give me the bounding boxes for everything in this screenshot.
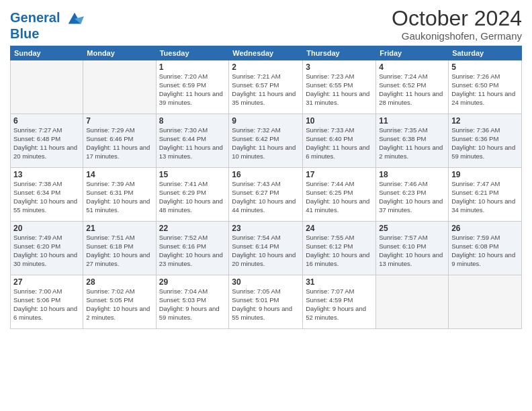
table-row: 2Sunrise: 7:21 AMSunset: 6:57 PMDaylight… bbox=[229, 60, 303, 114]
day-number: 1 bbox=[159, 62, 226, 72]
day-info: Sunrise: 7:04 AMSunset: 5:03 PMDaylight:… bbox=[159, 287, 226, 322]
calendar-table: Sunday Monday Tuesday Wednesday Thursday… bbox=[10, 46, 522, 329]
day-info: Sunrise: 7:21 AMSunset: 6:57 PMDaylight:… bbox=[232, 73, 300, 107]
table-row: 25Sunrise: 7:57 AMSunset: 6:10 PMDayligh… bbox=[376, 222, 449, 275]
day-number: 11 bbox=[379, 116, 445, 126]
table-row: 13Sunrise: 7:38 AMSunset: 6:34 PMDayligh… bbox=[11, 168, 83, 222]
table-row bbox=[83, 60, 156, 114]
day-number: 31 bbox=[306, 277, 373, 287]
day-number: 25 bbox=[379, 224, 445, 233]
day-number: 22 bbox=[159, 224, 226, 233]
table-row: 30Sunrise: 7:05 AMSunset: 5:01 PMDayligh… bbox=[229, 275, 303, 329]
title-block: October 2024 Gaukonigshofen, Germany bbox=[392, 7, 522, 42]
day-number: 29 bbox=[159, 277, 226, 287]
header-saturday: Saturday bbox=[449, 46, 522, 60]
header-sunday: Sunday bbox=[11, 46, 83, 60]
table-row: 23Sunrise: 7:54 AMSunset: 6:14 PMDayligh… bbox=[229, 222, 303, 275]
table-row: 20Sunrise: 7:49 AMSunset: 6:20 PMDayligh… bbox=[11, 222, 83, 275]
day-info: Sunrise: 7:57 AMSunset: 6:10 PMDaylight:… bbox=[379, 234, 445, 268]
day-number: 5 bbox=[451, 62, 519, 72]
header-thursday: Thursday bbox=[303, 46, 376, 60]
table-row: 5Sunrise: 7:26 AMSunset: 6:50 PMDaylight… bbox=[449, 60, 522, 114]
table-row: 12Sunrise: 7:36 AMSunset: 6:36 PMDayligh… bbox=[449, 114, 522, 168]
header-wednesday: Wednesday bbox=[229, 46, 303, 60]
day-info: Sunrise: 7:49 AMSunset: 6:20 PMDaylight:… bbox=[13, 234, 80, 268]
day-number: 3 bbox=[306, 62, 373, 72]
day-info: Sunrise: 7:32 AMSunset: 6:42 PMDaylight:… bbox=[232, 126, 300, 161]
day-info: Sunrise: 7:54 AMSunset: 6:14 PMDaylight:… bbox=[232, 234, 300, 268]
day-number: 20 bbox=[13, 224, 80, 233]
day-info: Sunrise: 7:20 AMSunset: 6:59 PMDaylight:… bbox=[159, 73, 226, 107]
table-row: 6Sunrise: 7:27 AMSunset: 6:48 PMDaylight… bbox=[11, 114, 83, 168]
table-row: 24Sunrise: 7:55 AMSunset: 6:12 PMDayligh… bbox=[303, 222, 376, 275]
day-number: 24 bbox=[306, 224, 373, 233]
header-friday: Friday bbox=[376, 46, 449, 60]
day-info: Sunrise: 7:39 AMSunset: 6:31 PMDaylight:… bbox=[86, 180, 152, 214]
day-info: Sunrise: 7:51 AMSunset: 6:18 PMDaylight:… bbox=[86, 234, 152, 268]
day-info: Sunrise: 7:02 AMSunset: 5:05 PMDaylight:… bbox=[86, 287, 152, 322]
day-info: Sunrise: 7:00 AMSunset: 5:06 PMDaylight:… bbox=[13, 287, 80, 322]
day-number: 23 bbox=[232, 224, 300, 233]
table-row: 22Sunrise: 7:52 AMSunset: 6:16 PMDayligh… bbox=[156, 222, 229, 275]
day-info: Sunrise: 7:55 AMSunset: 6:12 PMDaylight:… bbox=[306, 234, 373, 268]
day-number: 6 bbox=[13, 116, 80, 126]
table-row: 15Sunrise: 7:41 AMSunset: 6:29 PMDayligh… bbox=[156, 168, 229, 222]
table-row: 26Sunrise: 7:59 AMSunset: 6:08 PMDayligh… bbox=[449, 222, 522, 275]
table-row: 1Sunrise: 7:20 AMSunset: 6:59 PMDaylight… bbox=[156, 60, 229, 114]
day-number: 30 bbox=[232, 277, 300, 287]
calendar-week-row: 1Sunrise: 7:20 AMSunset: 6:59 PMDaylight… bbox=[11, 60, 522, 114]
logo-blue: Blue bbox=[10, 27, 84, 40]
table-row bbox=[449, 275, 522, 329]
day-info: Sunrise: 7:07 AMSunset: 4:59 PMDaylight:… bbox=[306, 287, 373, 322]
day-number: 7 bbox=[86, 116, 152, 126]
day-info: Sunrise: 7:05 AMSunset: 5:01 PMDaylight:… bbox=[232, 287, 300, 322]
table-row: 3Sunrise: 7:23 AMSunset: 6:55 PMDaylight… bbox=[303, 60, 376, 114]
day-info: Sunrise: 7:27 AMSunset: 6:48 PMDaylight:… bbox=[13, 126, 80, 161]
day-number: 26 bbox=[451, 224, 519, 233]
day-info: Sunrise: 7:30 AMSunset: 6:44 PMDaylight:… bbox=[159, 126, 226, 161]
calendar-week-row: 27Sunrise: 7:00 AMSunset: 5:06 PMDayligh… bbox=[11, 275, 522, 329]
table-row: 19Sunrise: 7:47 AMSunset: 6:21 PMDayligh… bbox=[449, 168, 522, 222]
table-row: 16Sunrise: 7:43 AMSunset: 6:27 PMDayligh… bbox=[229, 168, 303, 222]
day-info: Sunrise: 7:24 AMSunset: 6:52 PMDaylight:… bbox=[379, 73, 445, 107]
day-number: 4 bbox=[379, 62, 445, 72]
header-monday: Monday bbox=[83, 46, 156, 60]
day-info: Sunrise: 7:47 AMSunset: 6:21 PMDaylight:… bbox=[451, 180, 519, 214]
table-row: 14Sunrise: 7:39 AMSunset: 6:31 PMDayligh… bbox=[83, 168, 156, 222]
day-info: Sunrise: 7:35 AMSunset: 6:38 PMDaylight:… bbox=[379, 126, 445, 161]
table-row: 31Sunrise: 7:07 AMSunset: 4:59 PMDayligh… bbox=[303, 275, 376, 329]
day-info: Sunrise: 7:33 AMSunset: 6:40 PMDaylight:… bbox=[306, 126, 373, 161]
logo: General Blue bbox=[10, 9, 84, 40]
day-info: Sunrise: 7:44 AMSunset: 6:25 PMDaylight:… bbox=[306, 180, 373, 214]
calendar-week-row: 6Sunrise: 7:27 AMSunset: 6:48 PMDaylight… bbox=[11, 114, 522, 168]
table-row: 21Sunrise: 7:51 AMSunset: 6:18 PMDayligh… bbox=[83, 222, 156, 275]
day-number: 16 bbox=[232, 170, 300, 179]
day-info: Sunrise: 7:46 AMSunset: 6:23 PMDaylight:… bbox=[379, 180, 445, 214]
table-row bbox=[376, 275, 449, 329]
table-row: 18Sunrise: 7:46 AMSunset: 6:23 PMDayligh… bbox=[376, 168, 449, 222]
day-number: 15 bbox=[159, 170, 226, 179]
table-row bbox=[11, 60, 83, 114]
day-info: Sunrise: 7:43 AMSunset: 6:27 PMDaylight:… bbox=[232, 180, 300, 214]
table-row: 9Sunrise: 7:32 AMSunset: 6:42 PMDaylight… bbox=[229, 114, 303, 168]
table-row: 28Sunrise: 7:02 AMSunset: 5:05 PMDayligh… bbox=[83, 275, 156, 329]
table-row: 27Sunrise: 7:00 AMSunset: 5:06 PMDayligh… bbox=[11, 275, 83, 329]
day-info: Sunrise: 7:52 AMSunset: 6:16 PMDaylight:… bbox=[159, 234, 226, 268]
location-subtitle: Gaukonigshofen, Germany bbox=[392, 30, 522, 42]
day-number: 10 bbox=[306, 116, 373, 126]
day-number: 28 bbox=[86, 277, 152, 287]
day-info: Sunrise: 7:38 AMSunset: 6:34 PMDaylight:… bbox=[13, 180, 80, 214]
day-number: 27 bbox=[13, 277, 80, 287]
page-header: General Blue October 2024 Gaukonigshofen… bbox=[10, 7, 522, 42]
table-row: 7Sunrise: 7:29 AMSunset: 6:46 PMDaylight… bbox=[83, 114, 156, 168]
day-info: Sunrise: 7:41 AMSunset: 6:29 PMDaylight:… bbox=[159, 180, 226, 214]
table-row: 29Sunrise: 7:04 AMSunset: 5:03 PMDayligh… bbox=[156, 275, 229, 329]
day-info: Sunrise: 7:59 AMSunset: 6:08 PMDaylight:… bbox=[451, 234, 519, 268]
table-row: 11Sunrise: 7:35 AMSunset: 6:38 PMDayligh… bbox=[376, 114, 449, 168]
table-row: 17Sunrise: 7:44 AMSunset: 6:25 PMDayligh… bbox=[303, 168, 376, 222]
day-number: 2 bbox=[232, 62, 300, 72]
calendar-header-row: Sunday Monday Tuesday Wednesday Thursday… bbox=[11, 46, 522, 60]
month-title: October 2024 bbox=[392, 7, 522, 30]
day-number: 12 bbox=[451, 116, 519, 126]
day-number: 18 bbox=[379, 170, 445, 179]
